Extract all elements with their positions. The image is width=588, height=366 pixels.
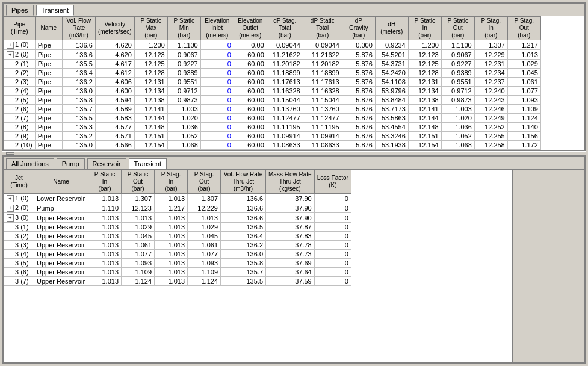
pipe-p-static-out: 1.003 — [441, 105, 474, 114]
pipe-p-stag-out: 1.172 — [507, 141, 540, 150]
tab-reservoir[interactable]: Reservoir — [87, 158, 126, 169]
pipe-p-static-out: 0.9551 — [441, 78, 474, 87]
pipe-dp-gravity: 5.876 — [342, 96, 375, 105]
expand-icon[interactable]: + — [7, 205, 14, 212]
tab-all-junctions[interactable]: All Junctions — [6, 158, 54, 169]
pipe-p-stag-out: 1.156 — [507, 132, 540, 141]
jct-p-static-out: 1.045 — [122, 232, 155, 241]
jct-mass-flow: 37.87 — [266, 223, 315, 232]
divider-bar[interactable] — [2, 151, 586, 156]
pipe-dh: 53.7173 — [375, 105, 408, 114]
pipe-elev-outlet: 60.00 — [234, 105, 267, 114]
pipe-p-static-min: 1.1100 — [167, 40, 200, 50]
pipe-p-static-in: 12.148 — [408, 123, 441, 132]
tab-transient-bottom[interactable]: Transient — [129, 158, 167, 169]
jct-p-stag-out: 1.124 — [188, 277, 221, 286]
pipe-dp-static-total: 11.21622 — [303, 50, 342, 60]
pipe-p-stag-out: 1.013 — [507, 50, 540, 60]
pipe-elev-inlet: 0 — [200, 141, 234, 150]
jct-p-static-out: 12.123 — [122, 203, 155, 213]
jct-p-static-in: 1.013 — [88, 250, 122, 259]
pipe-vol-flow: 135.8 — [62, 96, 95, 105]
pipe-dh: 53.4554 — [375, 123, 408, 132]
pipe-p-static-in: 12.151 — [408, 132, 441, 141]
expand-icon[interactable]: + — [7, 195, 14, 202]
pipe-p-stag-in: 12.258 — [474, 141, 507, 150]
jct-vol-flow: 136.6 — [221, 213, 266, 223]
pipe-elev-inlet: 0 — [200, 87, 234, 96]
pipe-dp-static-total: 11.18899 — [303, 69, 342, 78]
jct-mass-flow: 37.90 — [266, 213, 315, 223]
jct-mass-flow: 37.69 — [266, 259, 315, 268]
expand-icon[interactable]: + — [7, 214, 14, 222]
pipe-p-static-max: 12.123 — [134, 50, 167, 60]
pipe-velocity: 4.617 — [95, 60, 134, 69]
jct-p-static-out: 1.307 — [122, 194, 155, 203]
jct-vol-flow: 136.6 — [221, 203, 266, 213]
pipe-dp-stag-total: 11.20182 — [267, 60, 303, 69]
pipe-elev-outlet: 60.00 — [234, 69, 267, 78]
pipe-velocity: 4.600 — [95, 87, 134, 96]
table-row: 2 (7) Pipe 135.5 4.583 12.144 1.020 0 60… — [4, 114, 541, 123]
jct-vol-flow: 135.7 — [221, 268, 266, 277]
pipe-dp-gravity: 5.876 — [342, 87, 375, 96]
pipe-id: 2 (10) — [4, 141, 36, 150]
pipe-dh: 54.3731 — [375, 60, 408, 69]
jct-id: 3 (7) — [4, 277, 34, 286]
pipe-id: 2 (8) — [4, 123, 36, 132]
pipe-vol-flow: 135.2 — [62, 132, 95, 141]
pipe-dp-stag-total: 11.11195 — [267, 123, 303, 132]
pipe-dp-stag-total: 11.17613 — [267, 78, 303, 87]
jct-id: +1 (0) — [4, 194, 34, 203]
jct-vol-flow: 135.5 — [221, 277, 266, 286]
pipe-p-stag-in: 12.229 — [474, 50, 507, 60]
pipe-dp-static-total: 11.09914 — [303, 132, 342, 141]
tab-pipes[interactable]: Pipes — [6, 5, 34, 16]
table-row: +1 (0) Lower Reservoir 1.013 1.307 1.013… — [4, 194, 351, 203]
jct-mass-flow: 37.90 — [266, 203, 315, 213]
pipe-p-static-max: 12.144 — [134, 114, 167, 123]
pipe-dh: 53.3246 — [375, 132, 408, 141]
tab-pump[interactable]: Pump — [57, 158, 85, 169]
pipe-p-static-max: 12.125 — [134, 60, 167, 69]
jct-name: Lower Reservoir — [34, 194, 88, 203]
pipe-velocity: 4.571 — [95, 132, 134, 141]
jct-p-static-in: 1.013 — [88, 223, 122, 232]
jct-id: 3 (6) — [4, 268, 34, 277]
pipe-dh: 54.2420 — [375, 69, 408, 78]
jct-p-static-out: 1.013 — [122, 213, 155, 223]
pipe-vol-flow: 136.2 — [62, 78, 95, 87]
pipe-dp-stag-total: 11.12477 — [267, 114, 303, 123]
pipe-velocity: 4.594 — [95, 96, 134, 105]
jct-p-static-in: 1.013 — [88, 241, 122, 250]
pipe-p-static-min: 1.036 — [167, 123, 200, 132]
pipe-elev-outlet: 60.00 — [234, 78, 267, 87]
pipe-dp-stag-total: 11.08633 — [267, 141, 303, 150]
jct-loss-factor: 0 — [314, 250, 351, 259]
pipe-dp-static-total: 11.16328 — [303, 87, 342, 96]
jct-id: 3 (4) — [4, 250, 34, 259]
pipe-id: 2 (5) — [4, 96, 36, 105]
pipe-p-static-in: 12.125 — [408, 60, 441, 69]
jct-name: Pump — [34, 203, 88, 213]
pipe-p-static-min: 1.052 — [167, 132, 200, 141]
expand-icon[interactable]: + — [7, 42, 14, 49]
jct-p-static-out: 1.124 — [122, 277, 155, 286]
junctions-table-container: Jct(Time) Name P StaticIn(bar) P StaticO… — [4, 170, 512, 362]
tab-transient-top[interactable]: Transient — [36, 5, 74, 16]
pipe-id: 2 (4) — [4, 87, 36, 96]
table-row: 2 (3) Pipe 136.2 4.606 12.131 0.9551 0 6… — [4, 78, 541, 87]
pipe-p-stag-out: 1.109 — [507, 105, 540, 114]
pipe-velocity: 4.577 — [95, 123, 134, 132]
jct-id: +3 (0) — [4, 213, 34, 223]
expand-icon[interactable]: + — [7, 51, 14, 58]
pipe-p-static-min: 1.068 — [167, 141, 200, 150]
pipe-p-static-out: 1.036 — [441, 123, 474, 132]
jct-p-static-out: 1.077 — [122, 250, 155, 259]
jct-vol-flow: 136.6 — [221, 194, 266, 203]
pipe-p-stag-out: 1.061 — [507, 78, 540, 87]
junctions-table: Jct(Time) Name P StaticIn(bar) P StaticO… — [4, 170, 351, 286]
pipe-dp-static-total: 11.08633 — [303, 141, 342, 150]
pipe-elev-inlet: 0 — [200, 50, 234, 60]
jct-name: Upper Reservoir — [34, 259, 88, 268]
